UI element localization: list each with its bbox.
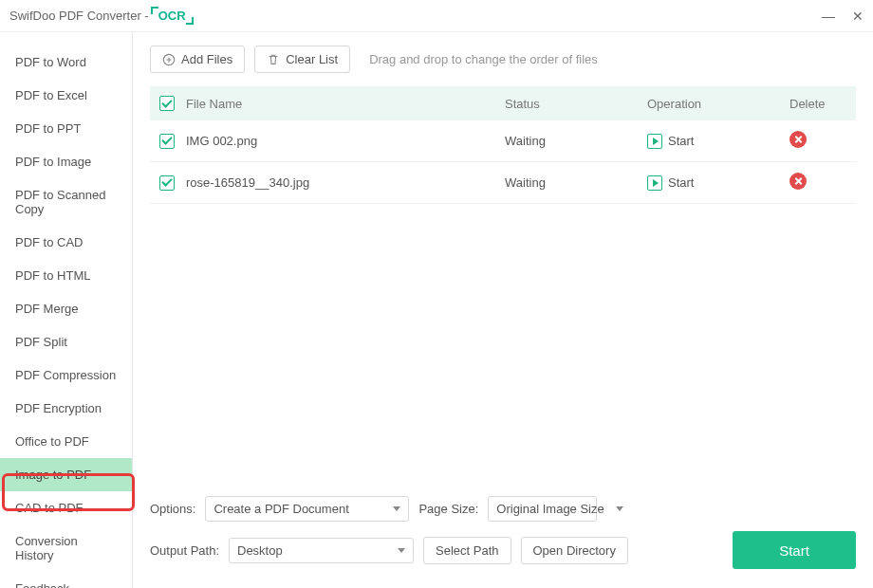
sidebar-item-pdf-to-scanned[interactable]: PDF to Scanned Copy bbox=[0, 178, 132, 226]
play-icon bbox=[647, 134, 662, 149]
chevron-down-icon bbox=[393, 506, 400, 511]
sidebar-item-label: Conversion History bbox=[15, 534, 78, 562]
sidebar-item-pdf-to-cad[interactable]: PDF to CAD bbox=[0, 226, 132, 259]
titlebar: SwifDoo PDF Converter - OCR — ✕ bbox=[0, 0, 873, 32]
file-status: Waiting bbox=[505, 175, 647, 190]
select-value: Original Image Size bbox=[496, 502, 604, 516]
button-label: Add Files bbox=[181, 52, 232, 66]
sidebar-item-label: PDF to CAD bbox=[15, 235, 84, 249]
file-status: Waiting bbox=[505, 134, 647, 148]
col-status: Status bbox=[505, 97, 647, 111]
sidebar-item-label: PDF Split bbox=[15, 335, 67, 349]
sidebar-item-feedback[interactable]: Feedback bbox=[0, 572, 132, 588]
chevron-down-icon bbox=[616, 506, 623, 511]
chevron-down-icon bbox=[398, 548, 405, 553]
output-path-label: Output Path: bbox=[150, 543, 219, 558]
op-label: Start bbox=[668, 175, 694, 190]
clear-list-button[interactable]: Clear List bbox=[254, 46, 350, 73]
select-path-button[interactable]: Select Path bbox=[423, 537, 511, 564]
options-select[interactable]: Create a PDF Document bbox=[205, 496, 409, 522]
sidebar-item-label: PDF to Image bbox=[15, 155, 91, 169]
close-icon[interactable]: ✕ bbox=[852, 9, 864, 24]
table-row: rose-165819__340.jpg Waiting Start bbox=[150, 162, 856, 204]
drag-hint: Drag and drop to change the order of fil… bbox=[369, 52, 598, 66]
footer: Options: Create a PDF Document Page Size… bbox=[150, 487, 856, 579]
sidebar-item-conversion-history[interactable]: Conversion History bbox=[0, 524, 132, 572]
start-button[interactable]: Start bbox=[733, 531, 856, 569]
main-panel: Add Files Clear List Drag and drop to ch… bbox=[133, 32, 873, 588]
file-name: IMG 002.png bbox=[186, 134, 505, 148]
sidebar-item-label: PDF Merge bbox=[15, 302, 78, 316]
sidebar-item-label: PDF Encryption bbox=[15, 401, 102, 415]
options-label: Options: bbox=[150, 502, 195, 516]
sidebar-item-label: Image to PDF bbox=[15, 468, 91, 482]
sidebar-item-pdf-split[interactable]: PDF Split bbox=[0, 325, 132, 358]
sidebar-item-label: Office to PDF bbox=[15, 434, 89, 449]
sidebar-item-label: Feedback bbox=[15, 581, 69, 588]
ocr-badge[interactable]: OCR bbox=[153, 9, 192, 23]
row-start-button[interactable]: Start bbox=[647, 134, 789, 149]
app-title: SwifDoo PDF Converter - bbox=[9, 9, 149, 23]
select-all-checkbox[interactable] bbox=[159, 96, 175, 111]
sidebar-item-pdf-to-word[interactable]: PDF to Word bbox=[0, 46, 132, 79]
sidebar-item-label: PDF to Excel bbox=[15, 88, 87, 102]
pagesize-select[interactable]: Original Image Size bbox=[488, 496, 597, 522]
sidebar-item-office-to-pdf[interactable]: Office to PDF bbox=[0, 425, 132, 458]
sidebar-item-pdf-to-image[interactable]: PDF to Image bbox=[0, 145, 132, 178]
table-row: IMG 002.png Waiting Start bbox=[150, 120, 856, 162]
sidebar-item-label: PDF Compression bbox=[15, 368, 116, 382]
output-path-select[interactable]: Desktop bbox=[229, 538, 414, 563]
pagesize-label: Page Size: bbox=[418, 502, 478, 516]
sidebar-item-cad-to-pdf[interactable]: CAD to PDF bbox=[0, 491, 132, 524]
add-files-button[interactable]: Add Files bbox=[150, 46, 245, 73]
sidebar: PDF to Word PDF to Excel PDF to PPT PDF … bbox=[0, 32, 133, 588]
sidebar-item-image-to-pdf[interactable]: Image to PDF bbox=[0, 458, 132, 491]
sidebar-item-label: PDF to PPT bbox=[15, 121, 81, 136]
sidebar-item-pdf-to-excel[interactable]: PDF to Excel bbox=[0, 79, 132, 112]
sidebar-item-pdf-encryption[interactable]: PDF Encryption bbox=[0, 392, 132, 425]
play-icon bbox=[647, 175, 662, 191]
sidebar-item-label: PDF to HTML bbox=[15, 268, 90, 283]
trash-icon bbox=[267, 53, 280, 66]
select-value: Desktop bbox=[237, 543, 283, 558]
sidebar-item-pdf-compression[interactable]: PDF Compression bbox=[0, 358, 132, 392]
col-filename: File Name bbox=[186, 97, 505, 111]
sidebar-item-label: PDF to Word bbox=[15, 55, 86, 69]
button-label: Start bbox=[779, 542, 809, 559]
table-header: File Name Status Operation Delete bbox=[150, 86, 856, 120]
sidebar-item-pdf-merge[interactable]: PDF Merge bbox=[0, 292, 132, 325]
col-operation: Operation bbox=[647, 97, 789, 111]
button-label: Clear List bbox=[286, 52, 338, 66]
file-name: rose-165819__340.jpg bbox=[186, 175, 505, 190]
row-start-button[interactable]: Start bbox=[647, 175, 789, 191]
delete-row-button[interactable] bbox=[789, 173, 807, 190]
open-directory-button[interactable]: Open Directory bbox=[521, 537, 628, 564]
row-checkbox[interactable] bbox=[159, 134, 175, 149]
toolbar: Add Files Clear List Drag and drop to ch… bbox=[150, 46, 856, 73]
select-value: Create a PDF Document bbox=[214, 502, 348, 516]
button-label: Open Directory bbox=[533, 543, 616, 558]
col-delete: Delete bbox=[789, 97, 846, 111]
op-label: Start bbox=[668, 134, 694, 148]
sidebar-item-pdf-to-html[interactable]: PDF to HTML bbox=[0, 259, 132, 292]
button-label: Select Path bbox=[436, 543, 499, 558]
sidebar-item-pdf-to-ppt[interactable]: PDF to PPT bbox=[0, 112, 132, 145]
sidebar-item-label: CAD to PDF bbox=[15, 501, 84, 515]
minimize-icon[interactable]: — bbox=[822, 9, 835, 24]
delete-row-button[interactable] bbox=[789, 131, 807, 148]
plus-circle-icon bbox=[162, 53, 176, 66]
sidebar-item-label: PDF to Scanned Copy bbox=[15, 188, 105, 216]
window-controls: — ✕ bbox=[822, 9, 864, 24]
row-checkbox[interactable] bbox=[159, 175, 175, 191]
